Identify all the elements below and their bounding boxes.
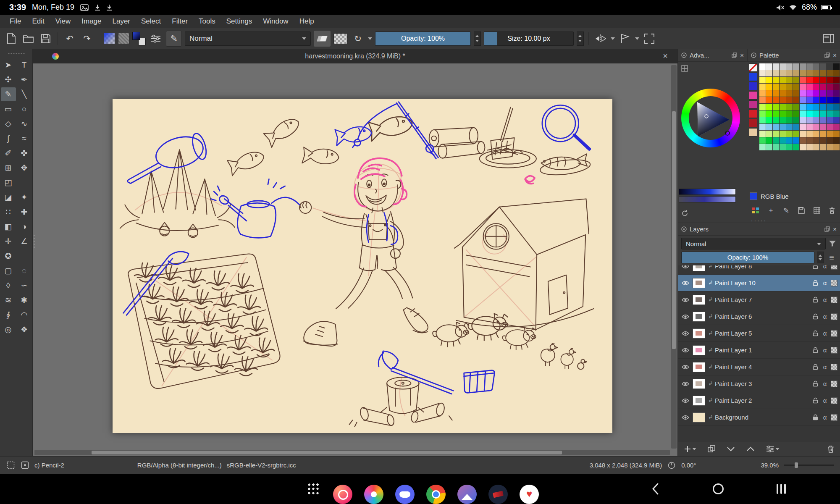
palette-swatch-r4c1[interactable]	[766, 90, 772, 97]
lock-open-icon[interactable]	[811, 297, 819, 303]
close-docker-icon[interactable]: ×	[833, 52, 837, 59]
gradient-chooser[interactable]	[104, 33, 115, 44]
tool-enclose-fill[interactable]: ◑	[17, 220, 32, 234]
app-icon-krita[interactable]	[488, 485, 508, 504]
palette-swatch-r8c6[interactable]	[800, 117, 806, 123]
recent-swatch-7[interactable]	[749, 128, 757, 136]
palette-swatch-r6c6[interactable]	[800, 104, 806, 110]
layer-row-paint-layer-5[interactable]: ↷ Paint Layer 5 α	[678, 325, 840, 342]
palette-swatch-r6c5[interactable]	[793, 104, 799, 110]
palette-swatch-r6c11[interactable]	[833, 104, 840, 110]
palette-swatch-r0c0[interactable]	[759, 63, 766, 70]
palette-swatch-r7c0[interactable]	[759, 110, 766, 117]
palette-swatch-r3c8[interactable]	[813, 84, 819, 90]
palette-swatch-r10c4[interactable]	[786, 131, 793, 137]
palette-swatch-r2c3[interactable]	[780, 77, 786, 83]
tool-contiguous-select[interactable]: ✱	[17, 293, 32, 307]
chevron-down-icon[interactable]	[635, 37, 639, 42]
chevron-down-icon[interactable]	[611, 37, 615, 42]
palette-swatch-r3c9[interactable]	[820, 84, 826, 90]
palette-swatch-r1c4[interactable]	[786, 70, 793, 76]
home-key[interactable]	[710, 479, 727, 499]
visibility-eye-icon[interactable]	[680, 348, 690, 353]
layer-thumbnail[interactable]	[693, 379, 705, 389]
layer-row-paint-layer-10[interactable]: ↷ Paint Layer 10 α	[678, 275, 840, 291]
inherit-alpha-icon[interactable]	[831, 364, 837, 370]
palette-swatch-r1c9[interactable]	[820, 70, 826, 76]
palette-swatch-r4c0[interactable]	[759, 90, 766, 97]
palette-swatch-r7c9[interactable]	[820, 110, 826, 117]
palette-swatch-r3c0[interactable]	[759, 84, 766, 90]
tool-reference-images[interactable]: ✪	[1, 249, 16, 263]
lock-open-icon[interactable]	[811, 313, 819, 320]
visibility-eye-icon[interactable]	[680, 314, 690, 319]
visibility-eye-icon[interactable]	[680, 331, 690, 336]
lock-open-icon[interactable]	[811, 280, 819, 286]
inherit-alpha-icon[interactable]	[831, 313, 837, 320]
pattern-chooser[interactable]	[118, 33, 129, 44]
tool-measure[interactable]: ∠	[17, 234, 32, 248]
color-profile-label[interactable]: sRGB-elle-V2-srgbtrc.icc	[227, 462, 296, 469]
palette-swatch-r1c1[interactable]	[766, 70, 772, 76]
selected-swatch[interactable]	[750, 192, 757, 200]
add-color-button[interactable]: +	[765, 205, 776, 215]
tool-dynamic-brush[interactable]: ✐	[1, 146, 16, 160]
duplicate-layer-button[interactable]	[708, 445, 715, 453]
layer-properties-button[interactable]	[766, 446, 780, 452]
palette-swatch-r8c11[interactable]	[833, 117, 840, 123]
palette-swatch-r5c2[interactable]	[773, 97, 779, 103]
layer-thumbnail[interactable]	[693, 312, 705, 322]
tool-smart-patch[interactable]: ✚	[17, 205, 32, 219]
layer-row-paint-layer-1[interactable]: ↷ Paint Layer 1 α	[678, 342, 840, 359]
palette-swatch-r10c10[interactable]	[827, 131, 833, 137]
undo-button[interactable]: ↶	[63, 31, 77, 47]
palette-swatch-r5c11[interactable]	[833, 97, 840, 103]
palette-swatch-r0c1[interactable]	[766, 63, 772, 70]
tool-polygon[interactable]: ◇	[1, 117, 16, 131]
palette-swatch-r7c11[interactable]	[833, 110, 840, 117]
mirror-vertical-button[interactable]	[618, 31, 632, 47]
palette-swatch-r12c4[interactable]	[786, 144, 793, 150]
palette-swatch-r8c4[interactable]	[786, 117, 793, 123]
menu-view[interactable]: View	[50, 16, 76, 27]
move-layer-down-button[interactable]	[727, 446, 735, 452]
recent-swatch-2[interactable]	[749, 82, 757, 90]
palette-swatch-r10c5[interactable]	[793, 131, 799, 137]
palette-swatch-r11c0[interactable]	[759, 137, 766, 144]
inherit-alpha-icon[interactable]	[831, 414, 837, 421]
palette-swatch-r10c6[interactable]	[800, 131, 806, 137]
tab-advanced-color-selector[interactable]: Adva... ×	[678, 49, 748, 61]
palette-swatch-r9c10[interactable]	[827, 124, 833, 130]
palette-swatch-r0c4[interactable]	[786, 63, 793, 70]
reload-preset-button[interactable]: ↻	[351, 31, 365, 47]
tool-assistants[interactable]: ✛	[1, 234, 16, 248]
palette-swatch-r1c7[interactable]	[806, 70, 813, 76]
alpha-lock-icon[interactable]: α	[821, 279, 829, 286]
palette-swatch-r6c9[interactable]	[820, 104, 826, 110]
chevron-down-icon[interactable]	[368, 37, 372, 42]
app-icon-chrome[interactable]	[426, 485, 446, 504]
inherit-alpha-icon[interactable]	[831, 297, 837, 303]
palette-swatch-r3c7[interactable]	[806, 84, 813, 90]
brush-size-slider[interactable]: Size: 10.00 px	[484, 32, 574, 46]
palette-swatch-r5c6[interactable]	[800, 97, 806, 103]
palette-swatch-r4c6[interactable]	[800, 90, 806, 97]
eraser-mode-button[interactable]	[314, 31, 331, 47]
palette-swatch-r10c8[interactable]	[813, 131, 819, 137]
layer-thumbnail[interactable]	[693, 345, 705, 355]
visibility-eye-icon[interactable]	[680, 415, 690, 420]
palette-swatch-r12c3[interactable]	[780, 144, 786, 150]
alpha-lock-icon[interactable]: α	[821, 296, 829, 303]
visibility-eye-icon[interactable]	[680, 398, 690, 403]
tool-transform[interactable]: ⊞	[1, 161, 16, 175]
visibility-eye-icon[interactable]	[680, 297, 690, 302]
palette-swatch-r6c1[interactable]	[766, 104, 772, 110]
zoom-slider-handle[interactable]	[795, 462, 798, 468]
selection-mode-icon[interactable]	[6, 461, 15, 470]
palette-swatch-r11c10[interactable]	[827, 137, 833, 144]
layer-opacity-spinner[interactable]	[817, 252, 824, 263]
canvas-angle[interactable]: 0.00°	[681, 462, 696, 469]
recent-swatch-1[interactable]	[749, 73, 757, 81]
brush-preset-chooser[interactable]: ✎	[166, 31, 182, 47]
palette-swatch-r8c5[interactable]	[793, 117, 799, 123]
